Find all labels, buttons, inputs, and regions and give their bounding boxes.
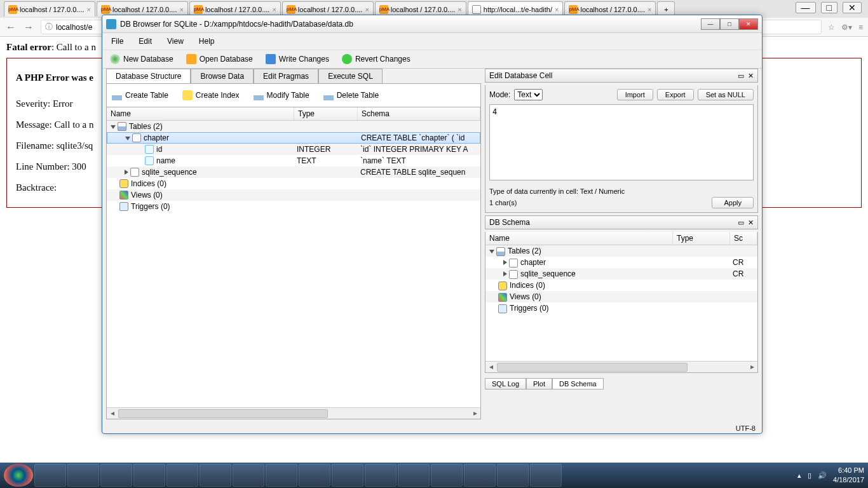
- settings-icon[interactable]: ⚙▾: [841, 23, 852, 32]
- clock[interactable]: 6:40 PM 4/18/2017: [833, 466, 864, 485]
- write-changes-button[interactable]: Write Changes: [266, 54, 329, 64]
- chevron-right-icon[interactable]: [125, 170, 128, 175]
- tree-column-id[interactable]: id INTEGER `id` INTEGER PRIMARY KEY A: [107, 144, 480, 155]
- close-panel-icon[interactable]: ✕: [748, 72, 754, 80]
- schema-triggers[interactable]: Triggers (0): [485, 302, 757, 314]
- tray-up-icon[interactable]: ▴: [797, 471, 801, 480]
- close-panel-icon[interactable]: ✕: [748, 219, 754, 227]
- schema-sqlite-sequence[interactable]: sqlite_sequence CR: [485, 268, 757, 280]
- tree-indices[interactable]: Indices (0): [107, 178, 480, 189]
- tab-database-structure[interactable]: Database Structure: [106, 69, 191, 83]
- revert-changes-button[interactable]: Revert Changes: [342, 54, 410, 64]
- menu-file[interactable]: File: [109, 36, 126, 47]
- scrollbar-thumb[interactable]: [118, 409, 328, 418]
- column-type[interactable]: Type: [294, 107, 358, 120]
- set-null-button[interactable]: Set as NULL: [698, 89, 754, 100]
- schema-scrollbar[interactable]: ◂ ▸: [485, 361, 757, 372]
- task-winrar[interactable]: [365, 464, 397, 487]
- maximize-icon[interactable]: □: [821, 2, 837, 13]
- scroll-right-icon[interactable]: ▸: [747, 362, 757, 372]
- minimize-icon[interactable]: —: [796, 2, 816, 13]
- schema-col-type[interactable]: Type: [673, 232, 730, 245]
- tree-chapter[interactable]: chapter CREATE TABLE `chapter` ( `id: [107, 132, 480, 144]
- tab-db-schema[interactable]: DB Schema: [552, 378, 604, 390]
- menu-view[interactable]: View: [165, 36, 186, 47]
- task-firefox[interactable]: [133, 464, 165, 487]
- task-notes[interactable]: [233, 464, 264, 487]
- task-explorer[interactable]: [34, 464, 66, 487]
- cell-value-input[interactable]: [489, 104, 754, 180]
- close-icon[interactable]: ×: [555, 6, 559, 13]
- scroll-left-icon[interactable]: ◂: [107, 408, 118, 419]
- task-sway[interactable]: [166, 464, 198, 487]
- delete-table-button[interactable]: Delete Table: [323, 90, 379, 100]
- schema-indices[interactable]: Indices (0): [485, 280, 757, 291]
- schema-views[interactable]: Views (0): [485, 291, 757, 302]
- column-schema[interactable]: Schema: [358, 107, 480, 120]
- minimize-button[interactable]: —: [701, 18, 720, 30]
- horizontal-scrollbar[interactable]: ◂ ▸: [107, 407, 480, 419]
- chevron-down-icon[interactable]: [489, 250, 494, 254]
- tab-sql-log[interactable]: SQL Log: [485, 378, 526, 390]
- import-button[interactable]: Import: [617, 89, 653, 100]
- maximize-button[interactable]: □: [720, 18, 739, 30]
- task-notepad[interactable]: [530, 464, 562, 487]
- chevron-right-icon[interactable]: [503, 271, 507, 276]
- close-icon[interactable]: ×: [87, 6, 91, 13]
- scrollbar-thumb[interactable]: [497, 363, 688, 372]
- menu-help[interactable]: Help: [196, 36, 217, 47]
- detach-icon[interactable]: ▭: [738, 219, 744, 227]
- apply-button[interactable]: Apply: [712, 197, 754, 208]
- chevron-right-icon[interactable]: [503, 260, 507, 265]
- task-chrome[interactable]: [67, 464, 99, 487]
- close-icon[interactable]: ✕: [843, 2, 862, 13]
- task-dbbrowser[interactable]: [497, 464, 529, 487]
- tray-network-icon[interactable]: ▯: [808, 471, 811, 480]
- tree-triggers[interactable]: Triggers (0): [107, 201, 480, 212]
- schema-col-name[interactable]: Name: [485, 232, 673, 245]
- close-icon[interactable]: ×: [365, 6, 369, 13]
- schema-tables[interactable]: Tables (2): [485, 245, 757, 257]
- tree-column-name[interactable]: name TEXT `name` TEXT: [107, 155, 480, 166]
- tab-edit-pragmas[interactable]: Edit Pragmas: [254, 69, 318, 83]
- create-index-button[interactable]: Create Index: [182, 90, 240, 100]
- close-icon[interactable]: ×: [179, 6, 183, 13]
- modify-table-button[interactable]: Modify Table: [254, 90, 309, 100]
- mode-select[interactable]: Text: [514, 89, 543, 100]
- task-xampp[interactable]: [200, 464, 231, 487]
- column-name[interactable]: Name: [107, 107, 294, 120]
- task-sublime[interactable]: [266, 464, 297, 487]
- forward-button[interactable]: →: [23, 22, 34, 33]
- chevron-down-icon[interactable]: [111, 125, 116, 129]
- task-excel[interactable]: [332, 464, 363, 487]
- schema-chapter[interactable]: chapter CR: [485, 257, 757, 268]
- task-cmd[interactable]: [431, 464, 463, 487]
- menu-icon[interactable]: ≡: [858, 23, 863, 32]
- tray-volume-icon[interactable]: 🔊: [818, 471, 827, 480]
- close-icon[interactable]: ×: [458, 6, 461, 13]
- tree-views[interactable]: Views (0): [107, 189, 480, 201]
- tree-tables[interactable]: Tables (2): [107, 121, 480, 132]
- detach-icon[interactable]: ▭: [738, 72, 744, 80]
- create-table-button[interactable]: Create Table: [112, 90, 168, 100]
- task-mysql[interactable]: [299, 464, 330, 487]
- task-win[interactable]: [398, 464, 430, 487]
- scroll-left-icon[interactable]: ◂: [485, 362, 496, 372]
- tab-execute-sql[interactable]: Execute SQL: [318, 69, 383, 83]
- close-icon[interactable]: ×: [272, 6, 276, 13]
- close-button[interactable]: ✕: [739, 18, 758, 30]
- close-icon[interactable]: ×: [648, 6, 651, 13]
- menu-edit[interactable]: Edit: [136, 36, 154, 47]
- start-button[interactable]: [4, 464, 33, 487]
- task-github[interactable]: [100, 464, 132, 487]
- tab-plot[interactable]: Plot: [526, 378, 552, 390]
- back-button[interactable]: ←: [5, 22, 17, 33]
- scroll-right-icon[interactable]: ▸: [470, 408, 480, 419]
- schema-col-schema[interactable]: Sc: [730, 232, 757, 245]
- export-button[interactable]: Export: [657, 89, 694, 100]
- tree-sqlite-sequence[interactable]: sqlite_sequence CREATE TABLE sqlite_sequ…: [107, 166, 480, 178]
- tab-browse-data[interactable]: Browse Data: [191, 69, 254, 83]
- browser-tab[interactable]: pMAlocalhost / 127.0.0....×: [4, 1, 95, 17]
- task-terminal[interactable]: [464, 464, 496, 487]
- open-database-button[interactable]: Open Database: [186, 54, 253, 64]
